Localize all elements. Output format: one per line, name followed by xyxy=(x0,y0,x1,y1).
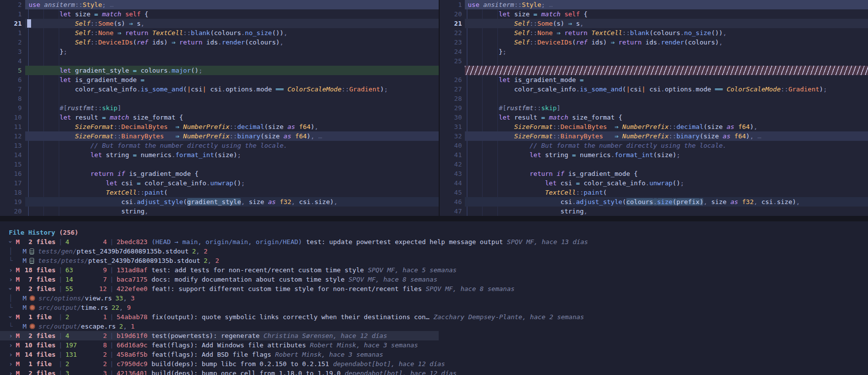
code-line[interactable]: 16 return if is_gradient_mode { xyxy=(0,169,439,178)
code-line[interactable]: 41 let string = numerics.format_int(size… xyxy=(440,150,868,160)
code-line[interactable]: 43 return if is_gradient_mode { xyxy=(440,169,868,178)
code-line[interactable]: 23 Self::DeviceIDs(ref ids) ⇒ return ids… xyxy=(440,38,868,47)
code-token: = xyxy=(102,114,110,121)
commit-row[interactable]: ›M14 files|1312|458a6f5bfeat(flags): Add… xyxy=(0,350,868,359)
tree-branch-line: │ xyxy=(9,293,16,303)
line-number: 20 xyxy=(0,207,22,216)
code-line[interactable]: 13 // But format the number directly usi… xyxy=(0,141,439,150)
code-line[interactable]: 40 // But format the number directly usi… xyxy=(440,141,868,150)
code-line[interactable]: 22 Self::None ⇒ return TextCell::blank(c… xyxy=(440,28,868,38)
chevron-right-icon[interactable]: › xyxy=(9,369,16,375)
code-token: ( xyxy=(673,198,677,206)
commit-row[interactable]: ›M 2 files|44|2bedc823(HEAD → main, orig… xyxy=(0,237,868,247)
diff-stats: 5512 xyxy=(65,284,107,293)
file-row[interactable]: └Mtests/ptests/ptest_2439b7d68089135b.st… xyxy=(0,256,868,265)
code-line[interactable]: 5 let gradient_style = colours.major(); xyxy=(0,66,439,75)
code-line[interactable] xyxy=(440,66,868,75)
chevron-right-icon[interactable]: › xyxy=(9,359,16,369)
code-line[interactable]: 27 color_scale_info.is_some_and(|csi| cs… xyxy=(440,84,868,94)
code-token: ( xyxy=(622,198,626,206)
file-row[interactable]: └Msrc/output/time.rs22, 9 xyxy=(0,303,868,312)
chevron-down-icon[interactable]: › xyxy=(9,312,16,322)
deletions-count: 2 xyxy=(103,331,107,340)
code-line[interactable]: 24 }; xyxy=(440,47,868,56)
code-line[interactable]: 47 string, xyxy=(440,207,868,216)
code-line[interactable]: 1 Self::None ⇒ return TextCell::blank(co… xyxy=(0,28,439,38)
code-line[interactable]: 1use ansiterm::Style; … xyxy=(440,0,868,9)
line-number: 1 xyxy=(0,9,22,19)
code-line[interactable]: 21 Self::Some(s) ⇒ s, xyxy=(0,19,439,28)
chevron-down-icon[interactable]: › xyxy=(9,237,16,247)
commit-row[interactable]: ›M 1 file |21|54abab78fix(output): quote… xyxy=(0,312,868,322)
commit-author-date: Zacchary Dempsey-Plante, hace 2 semanas xyxy=(433,312,584,322)
code-token: DeviceIDs xyxy=(537,39,572,46)
code-line[interactable]: 29 #[rustfmt::skip] xyxy=(440,103,868,113)
code-line[interactable]: 45 TextCell::paint( xyxy=(440,188,868,197)
code-line[interactable]: 32 SizeFormat::BinaryBytes ⇒ NumberPrefi… xyxy=(440,131,868,141)
code-line[interactable]: 46 csi.adjust_style(colours.size(prefix)… xyxy=(440,197,868,207)
code-line[interactable]: 17 let csi = color_scale_info.unwrap(); xyxy=(0,178,439,188)
code-line[interactable]: 10 let result = match size_format { xyxy=(0,113,439,122)
document-file-icon xyxy=(30,258,35,264)
chevron-right-icon[interactable]: › xyxy=(9,340,16,350)
files-count: 1 file xyxy=(25,359,56,369)
code-line[interactable]: 30 let result = match size_format { xyxy=(440,113,868,122)
code-line[interactable]: 18 TextCell::paint( xyxy=(0,188,439,197)
code-line[interactable]: 11 SizeFormat::DecimalBytes ⇒ NumberPref… xyxy=(0,122,439,131)
code-line[interactable]: 26 let is_gradient_mode = xyxy=(440,75,868,84)
code-line[interactable]: 15 xyxy=(0,160,439,169)
code-line[interactable]: 20 let size = match self { xyxy=(440,9,868,19)
code-line[interactable]: 19 csi.adjust_style(gradient_style, size… xyxy=(0,197,439,207)
code-line[interactable]: 28 xyxy=(440,94,868,103)
commit-row[interactable]: ›M 7 files|147|baca7175docs: modify docu… xyxy=(0,275,868,284)
chevron-right-icon[interactable]: › xyxy=(9,331,16,340)
code-line[interactable]: 8 xyxy=(0,94,439,103)
code-line[interactable]: 25 xyxy=(440,56,868,66)
code-line-text: let string = numerics.format_int(size); xyxy=(465,150,868,160)
code-line[interactable]: 2 Self::DeviceIDs(ref ids) ⇒ return ids.… xyxy=(0,38,439,47)
code-line[interactable]: 21 Self::Some(s) ⇒ s, xyxy=(440,19,868,28)
diff-pane-left[interactable]: 2use ansiterm::Style; …1 let size = matc… xyxy=(0,0,439,216)
file-history-panel[interactable]: File History (256) ›M 2 files|44|2bedc82… xyxy=(0,221,868,375)
chevron-right-icon[interactable]: › xyxy=(9,275,16,284)
code-line[interactable]: 1 let size = match self { xyxy=(0,9,439,19)
file-row[interactable]: │Mtests/gen/ptest_2439b7d68089135b.stdou… xyxy=(0,247,868,256)
commit-hash: 42136401 xyxy=(116,369,151,375)
commit-row[interactable]: ›M 2 files|42|b19d61f0test(powertests): … xyxy=(0,331,868,340)
commit-row[interactable]: ›M 1 file |22|c7950dc9build(deps): bump … xyxy=(0,359,868,369)
chevron-right-icon[interactable]: › xyxy=(9,265,16,275)
code-line[interactable]: 3 }; xyxy=(0,47,439,56)
code-line[interactable]: 2use ansiterm::Style; … xyxy=(0,0,439,9)
chevron-right-icon[interactable]: › xyxy=(9,350,16,359)
code-line[interactable]: 44 let csi = color_scale_info.unwrap(); xyxy=(440,178,868,188)
code-line-text xyxy=(25,56,439,66)
code-token: , xyxy=(754,198,761,206)
code-token: return xyxy=(618,39,645,46)
commit-row[interactable]: ›M 2 files|5512|422efee0feat!: support d… xyxy=(0,284,868,293)
code-line[interactable]: 4 xyxy=(0,56,439,66)
deletions-count: 3 xyxy=(103,369,107,375)
code-line[interactable]: 12 SizeFormat::BinaryBytes ⇒ NumberPrefi… xyxy=(0,131,439,141)
code-token: color_scale_info xyxy=(145,179,206,187)
code-line[interactable]: 14 let string = numerics.format_int(size… xyxy=(0,150,439,160)
code-line[interactable]: 42 xyxy=(440,160,868,169)
code-line[interactable]: 20 string, xyxy=(0,207,439,216)
commit-row[interactable]: ›M18 files|639|131ad8aftest: add tests f… xyxy=(0,265,868,275)
code-token: binary xyxy=(677,132,700,140)
commit-row[interactable]: ›M 2 files|33|42136401build(deps): bump … xyxy=(0,369,868,375)
code-line[interactable]: 7 color_scale_info.is_some_and(|csi| csi… xyxy=(0,84,439,94)
code-token: ) xyxy=(715,39,719,46)
code-line-text: TextCell::paint( xyxy=(25,188,439,197)
file-row[interactable]: │Msrc/options/view.rs33, 3 xyxy=(0,293,868,303)
file-row[interactable]: └Msrc/output/escape.rs2, 1 xyxy=(0,322,868,331)
code-line[interactable]: 9 #[rustfmt::skip] xyxy=(0,103,439,113)
commit-message: feat(flags): Add Windows file attributes xyxy=(151,340,310,350)
code-line[interactable]: 6 let is_gradient_mode = xyxy=(0,75,439,84)
chevron-down-icon[interactable]: › xyxy=(9,284,16,293)
code-token: ( xyxy=(684,39,688,46)
code-token: gradient_style xyxy=(75,67,133,74)
line-number: 1 xyxy=(440,0,462,9)
commit-row[interactable]: ›M10 files|1978|66d16a9cfeat(flags): Add… xyxy=(0,340,868,350)
diff-pane-right[interactable]: 1use ansiterm::Style; …20 let size = mat… xyxy=(440,0,868,216)
code-line[interactable]: 31 SizeFormat::DecimalBytes ⇒ NumberPref… xyxy=(440,122,868,131)
